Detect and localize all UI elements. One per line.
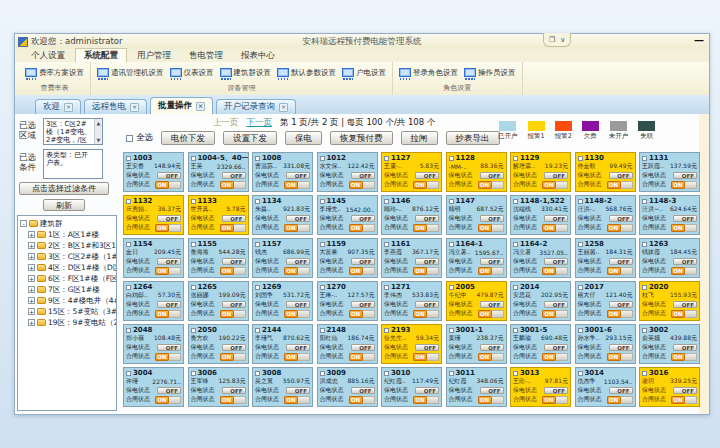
on-button[interactable]: ON: [284, 224, 298, 232]
protect-off-toggle[interactable]: OFF: [351, 215, 375, 222]
on-button[interactable]: ON: [413, 353, 427, 361]
expand-icon[interactable]: +: [28, 308, 35, 315]
switch-on-toggle[interactable]: ON: [607, 310, 633, 318]
on-button[interactable]: ON: [155, 181, 169, 189]
protect-off-toggle[interactable]: OFF: [480, 387, 504, 394]
ribbon-button[interactable]: 默认参数设置: [274, 66, 339, 81]
room-card[interactable]: 1131王跃霞..137.59元保电状态OFF合闸状态ON: [639, 152, 700, 192]
tree-item-8[interactable]: +15区：5#变站（3#变…: [28, 306, 116, 317]
switch-on-toggle[interactable]: ON: [155, 181, 181, 189]
protect-off-toggle[interactable]: OFF: [673, 172, 697, 179]
room-card[interactable]: 1157钱杰686.99元保电状态OFF合闸状态ON: [252, 238, 313, 278]
ribbon-tab-3[interactable]: 用户管理: [129, 49, 179, 62]
switch-on-toggle[interactable]: ON: [155, 267, 181, 275]
on-button[interactable]: ON: [349, 310, 363, 318]
room-card[interactable]: 1129解培霖..19.23元保电状态OFF合闸状态ON: [510, 152, 571, 192]
room-checkbox[interactable]: [513, 242, 518, 247]
switch-on-toggle[interactable]: ON: [349, 267, 375, 275]
room-card[interactable]: 3004许瑾2276.71..保电状态OFF合闸状态ON: [123, 367, 184, 407]
room-checkbox[interactable]: [384, 371, 389, 376]
on-button[interactable]: ON: [671, 353, 685, 361]
on-button[interactable]: ON: [478, 396, 492, 404]
room-card[interactable]: 1164-2冯立暑3527.05..保电状态OFF合闸状态ON: [510, 238, 571, 278]
room-card[interactable]: 3002俞英娥439.88元保电状态OFF合闸状态ON: [639, 324, 700, 364]
on-button[interactable]: ON: [284, 396, 298, 404]
on-button[interactable]: ON: [284, 353, 298, 361]
switch-on-toggle[interactable]: ON: [542, 267, 568, 275]
action-button-1[interactable]: 电价下发: [161, 131, 215, 145]
on-button[interactable]: ON: [542, 267, 556, 275]
tree-item-9[interactable]: +19区：9#变电站（2#…: [28, 317, 116, 328]
protect-off-toggle[interactable]: OFF: [286, 344, 310, 351]
room-checkbox[interactable]: [384, 156, 389, 161]
room-checkbox[interactable]: [578, 242, 583, 247]
switch-on-toggle[interactable]: ON: [284, 396, 310, 404]
ribbon-tab-5[interactable]: 报表中心: [233, 49, 283, 62]
room-card[interactable]: 2048郑小薇108.48元保电状态OFF合闸状态ON: [123, 324, 184, 364]
room-checkbox[interactable]: [255, 285, 260, 290]
on-button[interactable]: ON: [349, 224, 363, 232]
switch-on-toggle[interactable]: ON: [671, 310, 697, 318]
switch-on-toggle[interactable]: ON: [155, 353, 181, 361]
room-checkbox[interactable]: [642, 156, 647, 161]
switch-on-toggle[interactable]: ON: [542, 353, 568, 361]
tree-item-3[interactable]: +3区：C区2#楼（1#变…: [28, 251, 116, 262]
room-checkbox[interactable]: [255, 156, 260, 161]
protect-off-toggle[interactable]: OFF: [415, 172, 439, 179]
room-card[interactable]: 3001-5王麟瑜690.48元保电状态OFF合闸状态ON: [510, 324, 571, 364]
protect-off-toggle[interactable]: OFF: [609, 172, 633, 179]
switch-on-toggle[interactable]: ON: [413, 181, 439, 189]
expand-icon[interactable]: +: [28, 242, 35, 249]
switch-on-toggle[interactable]: ON: [478, 396, 504, 404]
scroll-down-icon[interactable]: ▼: [97, 136, 101, 144]
room-card[interactable]: 3013王欣-..97.81元保电状态OFF合闸状态ON: [510, 367, 571, 407]
room-checkbox[interactable]: [642, 371, 647, 376]
ribbon-button[interactable]: 户电设置: [339, 66, 389, 81]
on-button[interactable]: ON: [671, 224, 685, 232]
protect-off-toggle[interactable]: OFF: [544, 215, 568, 222]
protect-off-toggle[interactable]: OFF: [351, 172, 375, 179]
protect-off-toggle[interactable]: OFF: [480, 258, 504, 265]
room-checkbox[interactable]: [384, 242, 389, 247]
on-button[interactable]: ON: [413, 310, 427, 318]
expand-icon[interactable]: +: [28, 286, 35, 293]
ribbon-tab-4[interactable]: 售电管理: [181, 49, 231, 62]
expand-icon[interactable]: +: [28, 319, 35, 326]
protect-off-toggle[interactable]: OFF: [222, 215, 246, 222]
room-checkbox[interactable]: [191, 285, 196, 290]
doc-tab-1[interactable]: 欢迎×: [35, 99, 81, 114]
on-button[interactable]: ON: [220, 181, 234, 189]
switch-on-toggle[interactable]: ON: [542, 396, 568, 404]
room-checkbox[interactable]: [320, 371, 325, 376]
protect-off-toggle[interactable]: OFF: [157, 258, 181, 265]
room-card[interactable]: 1161李燕霞367.17元保电状态OFF合闸状态ON: [381, 238, 442, 278]
on-button[interactable]: ON: [478, 224, 492, 232]
room-card[interactable]: 2148阳红仙186.74元保电状态OFF合闸状态ON: [317, 324, 378, 364]
room-card[interactable]: 1148-3汪洪~..624.64元保电状态OFF合闸状态ON: [639, 195, 700, 235]
doc-tab-4[interactable]: 开户记录查询×: [216, 99, 296, 114]
room-card[interactable]: 1269刘国争531.72元保电状态OFF合闸状态ON: [252, 281, 313, 321]
switch-on-toggle[interactable]: ON: [542, 224, 568, 232]
switch-on-toggle[interactable]: ON: [284, 181, 310, 189]
room-checkbox[interactable]: [255, 371, 260, 376]
tree-item-6[interactable]: +7区：G区1#楼: [28, 284, 116, 295]
switch-on-toggle[interactable]: ON: [349, 353, 375, 361]
room-checkbox[interactable]: [126, 285, 131, 290]
protect-off-toggle[interactable]: OFF: [673, 344, 697, 351]
action-button-5[interactable]: 拉闸: [401, 131, 438, 145]
on-button[interactable]: ON: [607, 353, 621, 361]
protect-off-toggle[interactable]: OFF: [673, 301, 697, 308]
room-checkbox[interactable]: [642, 285, 647, 290]
on-button[interactable]: ON: [349, 353, 363, 361]
protect-off-toggle[interactable]: OFF: [480, 172, 504, 179]
switch-on-toggle[interactable]: ON: [542, 310, 568, 318]
room-card[interactable]: 1258王丽茵..184.31元保电状态OFF合闸状态ON: [575, 238, 636, 278]
switch-on-toggle[interactable]: ON: [607, 181, 633, 189]
switch-on-toggle[interactable]: ON: [413, 224, 439, 232]
room-card[interactable]: 1271李伟杰533.83元保电状态OFF合闸状态ON: [381, 281, 442, 321]
close-tab-icon[interactable]: ×: [130, 103, 139, 112]
switch-on-toggle[interactable]: ON: [220, 396, 246, 404]
window-style-control[interactable]: ❐ ∨: [543, 33, 571, 47]
protect-off-toggle[interactable]: OFF: [286, 387, 310, 394]
protect-off-toggle[interactable]: OFF: [157, 387, 181, 394]
